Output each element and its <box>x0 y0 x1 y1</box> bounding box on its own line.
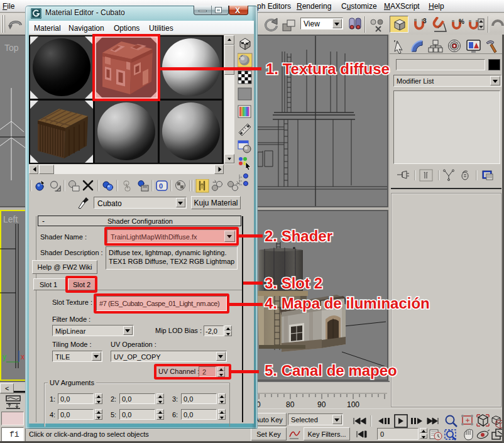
svg-text:%: % <box>459 18 464 25</box>
svg-text:90: 90 <box>317 400 326 408</box>
svg-text:3: 3 <box>423 18 427 25</box>
svg-text:y: y <box>3 353 6 361</box>
svg-text:100: 100 <box>347 400 359 408</box>
svg-text:0: 0 <box>159 182 163 190</box>
svg-text:80: 80 <box>286 400 295 408</box>
svg-text:x: x <box>21 353 25 361</box>
